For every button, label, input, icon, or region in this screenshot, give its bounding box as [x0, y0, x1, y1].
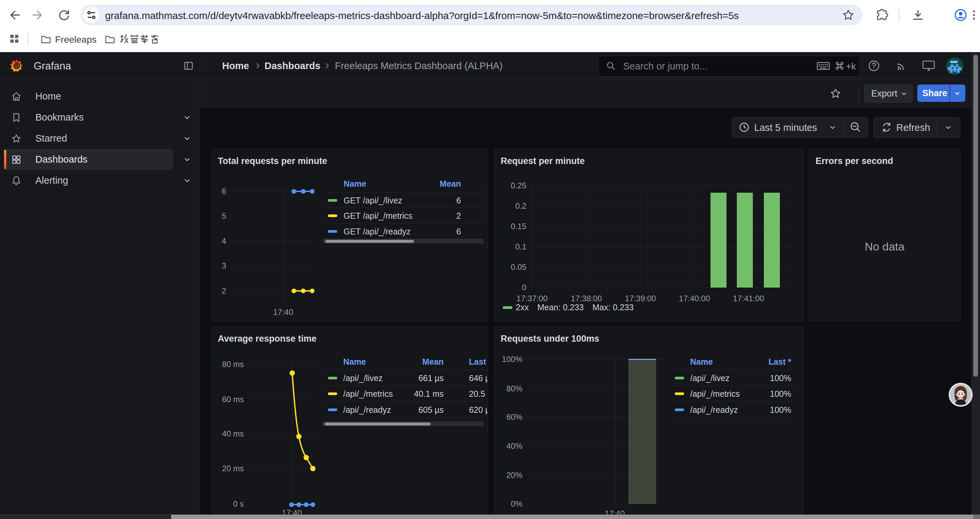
svg-text:20 ms: 20 ms [222, 464, 244, 473]
svg-text:80%: 80% [506, 384, 522, 393]
svg-text:No data: No data [865, 240, 904, 253]
svg-text:6: 6 [456, 196, 461, 205]
svg-text:Last *: Last * [768, 357, 791, 366]
svg-text:100%: 100% [770, 405, 791, 414]
svg-text:6: 6 [222, 187, 226, 196]
svg-text:Average response time: Average response time [218, 334, 317, 344]
svg-text:17:40: 17:40 [273, 308, 293, 316]
svg-text:/api/_/readyz: /api/_/readyz [343, 405, 391, 414]
svg-text:Request per minute: Request per minute [501, 156, 585, 166]
svg-text:40%: 40% [506, 442, 522, 450]
svg-text:Name: Name [690, 357, 713, 366]
svg-text:0.1: 0.1 [515, 242, 527, 251]
svg-text:100%: 100% [770, 374, 791, 383]
svg-text:0 s: 0 s [233, 499, 244, 508]
svg-text:100%: 100% [770, 389, 791, 398]
svg-text:Name: Name [344, 179, 366, 188]
svg-text:/api/_/readyz: /api/_/readyz [690, 405, 738, 414]
svg-text:GET /api/_/livez: GET /api/_/livez [344, 196, 402, 205]
svg-text:17:39:00: 17:39:00 [625, 294, 656, 303]
svg-text:Max: 0.233: Max: 0.233 [592, 303, 634, 312]
svg-text:Total requests per minute: Total requests per minute [218, 156, 327, 166]
svg-text:40.1 ms: 40.1 ms [414, 389, 444, 398]
svg-text:20.5 ms: 20.5 ms [469, 389, 488, 398]
svg-text:5: 5 [222, 211, 226, 220]
svg-text:/api/_/metrics: /api/_/metrics [343, 389, 393, 398]
svg-text:2xx: 2xx [516, 303, 529, 312]
svg-text:80 ms: 80 ms [222, 360, 244, 369]
svg-text:Errors per second: Errors per second [816, 156, 893, 166]
svg-text:Last *: Last * [469, 357, 488, 366]
svg-text:17:40:00: 17:40:00 [679, 294, 710, 303]
svg-text:100%: 100% [502, 355, 522, 364]
svg-text:GET /api/_/readyz: GET /api/_/readyz [344, 227, 410, 236]
svg-text:661 µs: 661 µs [418, 374, 444, 383]
svg-text:3: 3 [222, 261, 226, 270]
svg-text:Name: Name [343, 357, 366, 366]
svg-text:605 µs: 605 µs [418, 405, 444, 414]
svg-text:Mean: Mean [422, 357, 444, 366]
svg-text:20%: 20% [506, 471, 522, 480]
svg-text:40 ms: 40 ms [222, 429, 244, 438]
svg-text:17:37:00: 17:37:00 [516, 294, 547, 303]
svg-text:Mean: Mean [440, 179, 461, 188]
svg-text:6: 6 [456, 227, 461, 236]
svg-text:GET /api/_/metrics: GET /api/_/metrics [344, 211, 413, 220]
svg-text:2: 2 [456, 211, 461, 220]
svg-text:Mean: 0.233: Mean: 0.233 [538, 303, 584, 312]
svg-text:4: 4 [222, 236, 226, 246]
svg-text:0%: 0% [511, 499, 522, 508]
svg-text:0.05: 0.05 [511, 262, 527, 271]
svg-text:646 µs: 646 µs [469, 374, 488, 383]
svg-text:0.25: 0.25 [511, 181, 527, 190]
svg-text:2: 2 [222, 286, 226, 295]
svg-text:60%: 60% [506, 412, 522, 422]
svg-text:/api/_/livez: /api/_/livez [343, 374, 383, 383]
svg-text:/api/_/metrics: /api/_/metrics [690, 389, 740, 398]
svg-text:0.2: 0.2 [515, 201, 527, 211]
svg-text:0.15: 0.15 [511, 222, 527, 231]
svg-text:620 µs: 620 µs [469, 405, 488, 414]
svg-text:17:38:00: 17:38:00 [571, 294, 602, 303]
svg-text:0: 0 [522, 283, 527, 292]
svg-text:/api/_/livez: /api/_/livez [690, 374, 730, 383]
svg-text:17:41:00: 17:41:00 [733, 294, 764, 303]
svg-text:60 ms: 60 ms [222, 395, 244, 404]
svg-text:Requests under 100ms: Requests under 100ms [501, 334, 600, 344]
